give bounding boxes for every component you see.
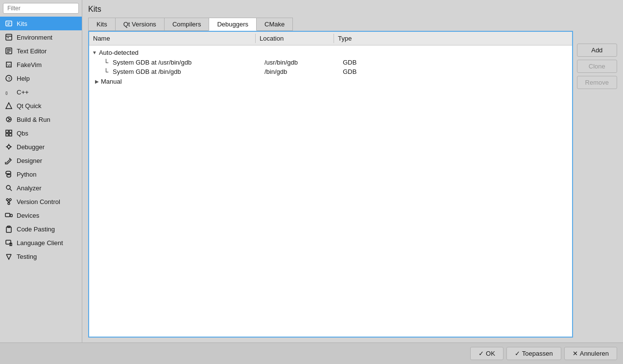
sidebar-item-kits[interactable]: Kits <box>0 17 82 30</box>
sidebar-item-text-editor[interactable]: Text Editor <box>0 44 82 58</box>
cpp-icon: {} <box>5 88 13 96</box>
testing-icon <box>5 252 13 260</box>
content-area: Kits Kits Qt Versions Compilers Debugger… <box>82 0 623 342</box>
sidebar-item-code-pasting[interactable]: Code Pasting <box>0 222 82 236</box>
filter-input[interactable] <box>3 3 79 14</box>
sidebar-item-build-run[interactable]: Build & Run <box>0 113 82 126</box>
ok-button[interactable]: ✓ OK <box>470 347 503 360</box>
designer-icon <box>5 157 13 164</box>
svg-rect-0 <box>6 21 12 26</box>
col-type-header: Type <box>334 34 572 43</box>
tab-qt-versions[interactable]: Qt Versions <box>115 18 165 31</box>
row-location-1: /usr/bin/gdb <box>264 59 343 66</box>
sidebar-item-label-environment: Environment <box>17 34 52 41</box>
sidebar-item-label-version-control: Version Control <box>17 198 60 205</box>
table-header: Name Location Type <box>89 32 572 46</box>
sidebar-item-analyzer[interactable]: Analyzer <box>0 181 82 195</box>
debuggers-table: Name Location Type ▼ Auto-detected └ Sys… <box>88 31 573 338</box>
svg-text:{}: {} <box>5 91 8 95</box>
remove-button[interactable]: Remove <box>577 76 617 89</box>
tab-compilers[interactable]: Compilers <box>164 18 210 31</box>
tab-debuggers[interactable]: Debuggers <box>209 18 257 31</box>
svg-rect-34 <box>5 213 10 217</box>
sidebar-item-label-fakevim: FakeVim <box>17 61 42 68</box>
sidebar-item-label-debugger: Debugger <box>17 143 45 151</box>
svg-rect-17 <box>6 130 8 133</box>
analyzer-icon <box>5 184 13 192</box>
page-title: Kits <box>88 5 617 14</box>
svg-text:?: ? <box>8 76 10 81</box>
sidebar-item-label-python: Python <box>17 171 36 178</box>
sidebar-item-label-help: Help <box>17 75 30 82</box>
environment-icon <box>5 33 13 41</box>
svg-line-26 <box>6 159 10 163</box>
svg-rect-20 <box>9 134 12 136</box>
svg-point-27 <box>6 185 10 189</box>
svg-line-33 <box>9 201 10 203</box>
sidebar-item-cpp[interactable]: {} C++ <box>0 85 82 99</box>
svg-line-28 <box>10 189 12 191</box>
action-buttons: Add Clone Remove <box>577 31 617 338</box>
clone-button[interactable]: Clone <box>577 60 617 73</box>
python-icon <box>5 170 13 178</box>
svg-text:Vi: Vi <box>7 64 11 67</box>
sidebar-item-label-qt-quick: Qt Quick <box>17 102 42 110</box>
tabs-bar: Kits Qt Versions Compilers Debuggers CMa… <box>88 18 617 31</box>
sidebar-item-devices[interactable]: Devices <box>0 208 82 222</box>
row-location-2: /bin/gdb <box>264 68 343 75</box>
qbs-icon <box>5 129 13 137</box>
svg-rect-19 <box>6 134 8 136</box>
svg-point-31 <box>8 203 10 205</box>
footer: ✓ OK ✓ Toepassen ✕ Annuleren <box>0 342 623 364</box>
sidebar-item-label-code-pasting: Code Pasting <box>17 226 55 233</box>
tab-cmake[interactable]: CMake <box>256 18 293 31</box>
sidebar-item-designer[interactable]: Designer <box>0 154 82 167</box>
sidebar-item-help[interactable]: ? Help <box>0 71 82 85</box>
sidebar-item-version-control[interactable]: Version Control <box>0 195 82 208</box>
sidebar-item-fakevim[interactable]: Vi FakeVim <box>0 58 82 71</box>
svg-point-29 <box>6 199 8 201</box>
kits-icon <box>5 20 13 27</box>
sidebar-item-label-language-client: Language Client <box>17 239 63 247</box>
code-pasting-icon <box>5 225 13 233</box>
sidebar-item-qt-quick[interactable]: Qt Quick <box>0 99 82 113</box>
qt-quick-icon <box>5 102 13 110</box>
apply-label: Toepassen <box>522 350 553 357</box>
sidebar-item-label-analyzer: Analyzer <box>17 184 42 192</box>
group-auto-detected-label: Auto-detected <box>99 49 139 56</box>
fakevim-icon: Vi <box>5 61 13 68</box>
sidebar: Kits Environment Text Edi <box>0 0 82 342</box>
sidebar-item-testing[interactable]: Testing <box>0 250 82 263</box>
text-editor-icon <box>5 47 13 55</box>
svg-point-21 <box>7 145 10 148</box>
cancel-button[interactable]: ✕ Annuleren <box>564 347 617 360</box>
ok-label: OK <box>486 350 495 357</box>
row-type-1: GDB <box>343 59 357 66</box>
svg-rect-35 <box>10 214 12 217</box>
group-auto-detected[interactable]: ▼ Auto-detected <box>89 47 572 58</box>
debugger-icon <box>5 143 13 151</box>
sidebar-item-environment[interactable]: Environment <box>0 30 82 44</box>
sidebar-item-python[interactable]: Python <box>0 167 82 181</box>
sidebar-item-qbs[interactable]: Qbs <box>0 126 82 140</box>
chevron-right-icon: ▶ <box>95 79 99 84</box>
col-location-header: Location <box>256 34 334 43</box>
row-name-1: System GDB at /usr/bin/gdb <box>113 59 264 66</box>
tree-area[interactable]: ▼ Auto-detected └ System GDB at /usr/bin… <box>89 46 572 337</box>
table-row[interactable]: └ System GDB at /usr/bin/gdb /usr/bin/gd… <box>89 58 572 67</box>
sidebar-item-label-testing: Testing <box>17 253 37 260</box>
svg-rect-3 <box>6 34 12 40</box>
sidebar-item-debugger[interactable]: Debugger <box>0 140 82 154</box>
table-row[interactable]: └ System GDB at /bin/gdb /bin/gdb GDB <box>89 67 572 76</box>
tab-kits[interactable]: Kits <box>88 18 116 31</box>
apply-checkmark-icon: ✓ <box>515 350 520 357</box>
chevron-down-icon: ▼ <box>92 50 97 55</box>
sidebar-item-language-client[interactable]: Language Client <box>0 236 82 250</box>
apply-button[interactable]: ✓ Toepassen <box>506 347 561 360</box>
tree-branch-icon: └ <box>104 59 111 66</box>
tree-branch-icon: └ <box>104 68 111 75</box>
col-name-header: Name <box>89 34 256 43</box>
group-manual[interactable]: ▶ Manual <box>89 76 572 87</box>
row-type-2: GDB <box>343 68 357 75</box>
add-button[interactable]: Add <box>577 44 617 57</box>
